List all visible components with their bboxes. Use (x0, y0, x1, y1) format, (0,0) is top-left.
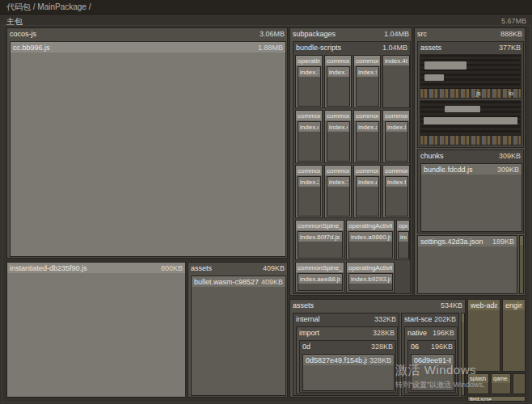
treemap-tile-0d[interactable]: 0d 328KB 0d5827e49.f154b.json 328KB (299, 340, 396, 393)
tile-header: first-scre (468, 397, 525, 402)
treemap-tile-file[interactable]: index.73 (327, 66, 350, 107)
tile-label: commonS (298, 167, 320, 175)
treemap-tile-folder[interactable]: commonS index.d5 (295, 110, 323, 163)
treemap-tile-internal[interactable]: internal 332KB import 328KB 0d 328KB 0d5… (293, 313, 399, 396)
treemap-tile-bundle-fdcdd-js[interactable]: bundle.fdcdd.js 309KB (420, 163, 522, 232)
treemap-tile-folder[interactable]: commonS index.43 (324, 110, 352, 163)
treemap-tile-folder[interactable]: operatingActivitie index.a9860.js (346, 220, 395, 260)
treemap-tile-file[interactable]: index.a6 (356, 121, 379, 162)
treemap-tile-folder[interactable]: commonS index.29 (295, 165, 323, 218)
pixel-noise (420, 136, 521, 145)
treemap-tile-file[interactable]: index.8 (385, 121, 408, 162)
tile-label: internal (296, 315, 320, 323)
tile-size: 196KB (431, 343, 453, 351)
treemap-tile-subpackages[interactable]: subpackages 1.04MB bundle-scripts 1.04MB… (289, 27, 412, 296)
treemap-tile-folder[interactable]: commonS index.e3 (353, 165, 381, 218)
asset-thumbnail-image[interactable] (420, 100, 521, 145)
tile-header: assets 409KB (188, 263, 287, 274)
tile-header: chunks 309KB (418, 150, 523, 162)
treemap-tile-instantiated[interactable]: instantiated-db235f90.js 800KB (6, 262, 186, 398)
tile-size: 3.06MB (260, 30, 285, 38)
treemap-tile-folder[interactable]: operating index.7e (295, 55, 323, 108)
treemap-tile-file[interactable]: index (398, 231, 409, 259)
tile-label: commonS (327, 57, 349, 65)
tile-header: import 328KB (297, 327, 397, 339)
tile-size: 309KB (499, 152, 521, 160)
treemap-tile-src[interactable]: src 888KB assets 377KB js lo chunks 309K… (414, 27, 526, 296)
treemap-tile-chunks[interactable]: chunks 309KB bundle.fdcdd.js 309KB (417, 149, 524, 234)
treemap-tile-cc-bb996-js[interactable]: cc.bb996.js 1.88MB (10, 41, 286, 257)
tile-size: 328KB (371, 343, 393, 351)
treemap-tile-file[interactable]: index.b9293.js (348, 273, 393, 291)
tile-header: subpackages 1.04MB (290, 28, 412, 40)
tile-header: p (520, 236, 523, 245)
treemap-tile-file[interactable]: index.29 (298, 176, 321, 217)
tile-header: assets 377KB (418, 42, 523, 53)
treemap-tile-folder[interactable]: commonS index.a6 (353, 110, 381, 163)
treemap-tile-file[interactable]: index.a9860.js (348, 231, 393, 259)
tile-size: 202KB (434, 315, 456, 323)
tile-header: index.72 (327, 177, 349, 187)
tile-header: commonS (354, 56, 380, 65)
treemap-tile-engine[interactable]: engine-a (502, 299, 526, 372)
treemap-tile-game-js[interactable]: game.js (491, 373, 511, 394)
treemap-tile-bundle-scripts[interactable]: bundle-scripts 1.04MB operating index.7e… (293, 41, 411, 294)
treemap-tile-file[interactable]: index.60f7d.js (298, 231, 343, 259)
treemap-tile-folder[interactable]: commonS index.73 (324, 55, 352, 108)
treemap-tile-folder[interactable]: commonSpine_sp index.aee88.js (295, 262, 344, 292)
tile-label: first-scre (470, 397, 492, 402)
treemap-tile-folder[interactable]: commonS index.8 (382, 110, 410, 163)
tile-label: bundle-scripts (296, 44, 341, 52)
treemap-tile-folder[interactable]: commonS index.72 (324, 165, 352, 218)
breadcrumb[interactable]: 代码包 / MainPackage / (6, 2, 91, 11)
treemap-tile-folder[interactable]: operatin index (396, 220, 410, 260)
tile-label: index.aee88.js (300, 276, 340, 283)
tile-header: commonS (296, 166, 322, 175)
treemap-tile-folder[interactable]: commonS index.f7 (382, 165, 410, 218)
windows-activation-watermark-sub: 转到“设置”以激活 Windows, (395, 380, 485, 390)
treemap-tile-import[interactable]: import 328KB 0d 328KB 0d5827e49.f154b.js… (296, 326, 398, 394)
tile-header: commonS (354, 166, 380, 175)
asset-thumbnail-image[interactable] (420, 54, 521, 99)
tile-size: 534KB (441, 301, 462, 309)
treemap-tile-assets-left[interactable]: assets 409KB bullet.wasm-c98527b6.wasm 4… (188, 262, 288, 398)
windows-activation-watermark: 激活 Windows (395, 363, 476, 378)
treemap-tile-web-adapter[interactable]: web-adapte (467, 299, 500, 372)
tile-header: commonSpine_sp (296, 263, 344, 272)
treemap-tile-file[interactable]: index.aee88.js (298, 273, 343, 291)
tile-size: 309KB (497, 166, 519, 174)
tile-header: commonS (383, 166, 409, 175)
treemap-tile-file[interactable]: index.93 (356, 66, 379, 107)
tile-header: index.43 (327, 122, 349, 132)
tile-size: 888KB (500, 30, 522, 38)
tile-label: engine-a (505, 301, 522, 309)
treemap-tile-file[interactable]: index.f7 (385, 176, 408, 217)
tile-label: commonS (327, 112, 349, 120)
treemap-tile-cocos-js[interactable]: cocos-js 3.06MB cc.bb996.js 1.88MB (6, 27, 288, 259)
treemap-tile-src-assets[interactable]: assets 377KB js lo (417, 41, 524, 148)
tile-header: operatingActivitie (347, 221, 394, 230)
treemap-tile-first-screen[interactable]: first-scre (467, 396, 526, 402)
tile-header: 0d 328KB (300, 341, 395, 352)
tile-size: 1.04MB (382, 44, 407, 52)
treemap-tile-file[interactable]: index.7e (298, 66, 321, 107)
tile-header: internal 332KB (293, 314, 399, 325)
tile-label: index.7e (300, 69, 319, 76)
treemap-tile-folder[interactable]: commonSpine_sp index.60f7d.js (295, 220, 344, 260)
tile-header: index.8 (386, 122, 407, 132)
treemap-tile-folder[interactable]: operatingActivitie index.b9293.js (346, 262, 395, 292)
treemap-tile-file[interactable]: index.e3 (356, 176, 379, 217)
tile-header: operating (296, 56, 322, 65)
treemap-tile-file[interactable]: index.72 (327, 176, 350, 217)
treemap-tile-p-strip[interactable]: p (519, 235, 524, 294)
treemap-tile-small[interactable] (513, 373, 526, 394)
tile-size: 328KB (373, 329, 395, 337)
treemap-tile-0d-json[interactable]: 0d5827e49.f154b.json 328KB (302, 354, 395, 391)
tile-header: 0d5827e49.f154b.json 328KB (303, 355, 394, 365)
treemap-tile-settings-json[interactable]: settings.42d3a.json 189KB (417, 235, 517, 294)
treemap-tile-folder[interactable]: commonS index.93 (353, 55, 381, 108)
treemap-tile-bullet-wasm[interactable]: bullet.wasm-c98527b6.wasm 409KB (191, 276, 286, 396)
treemap-tile-file[interactable]: index.46 (382, 55, 410, 108)
treemap-tile-file[interactable]: index.43 (327, 121, 350, 162)
treemap-tile-file[interactable]: index.d5 (298, 121, 321, 162)
